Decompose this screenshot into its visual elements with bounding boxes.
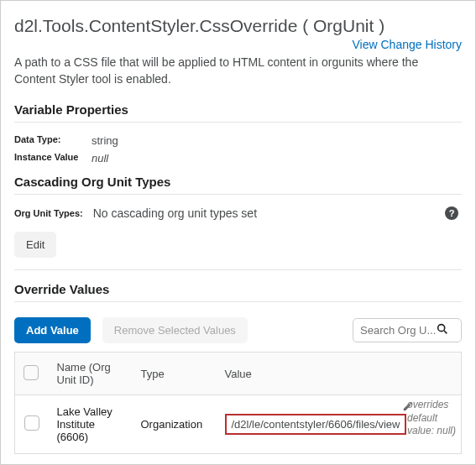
select-all-checkbox[interactable] — [24, 365, 39, 380]
view-change-history-link[interactable]: View Change History — [353, 38, 462, 51]
section-cascading: Cascading Org Unit Types — [14, 175, 462, 189]
row-name: Lake Valley Institute (6606) — [49, 395, 133, 454]
table-row: Lake Valley Institute (6606) Organizatio… — [15, 395, 462, 454]
svg-point-0 — [438, 325, 445, 332]
add-value-button[interactable]: Add Value — [14, 317, 91, 343]
org-unit-types-label: Org Unit Types: — [14, 208, 83, 218]
page-title: d2l.Tools.ContentStyler.CssOverride ( Or… — [14, 16, 462, 36]
svg-line-1 — [444, 331, 447, 333]
search-icon[interactable] — [436, 322, 449, 338]
search-org-unit-field[interactable] — [353, 318, 462, 342]
data-type-label: Data Type: — [14, 134, 92, 147]
section-variable-properties: Variable Properties — [14, 102, 462, 117]
help-icon[interactable]: ? — [445, 206, 458, 220]
row-type: Organization — [133, 395, 217, 454]
divider — [14, 269, 462, 270]
remove-selected-values-button[interactable]: Remove Selected Values — [102, 317, 248, 343]
row-value: /d2l/le/contentstyler/6606/files/view — [225, 414, 407, 435]
org-unit-types-value: No cascading org unit types set — [93, 206, 435, 220]
row-checkbox[interactable] — [24, 415, 39, 431]
override-values-table: Name (Org Unit ID) Type Value Lake Valle… — [14, 352, 462, 454]
divider — [14, 194, 462, 195]
column-header-value: Value — [217, 353, 462, 395]
variable-description: A path to a CSS file that will be applie… — [14, 55, 462, 87]
override-note: overrides default value: null) — [407, 399, 461, 438]
divider — [14, 301, 462, 302]
column-header-type: Type — [133, 353, 217, 395]
section-override-values: Override Values — [14, 282, 462, 296]
instance-value-label: Instance Value — [14, 152, 92, 165]
search-input[interactable] — [360, 324, 436, 337]
edit-button[interactable]: Edit — [14, 232, 56, 258]
divider — [14, 122, 462, 123]
data-type-value: string — [92, 134, 462, 147]
instance-value-value: null — [92, 152, 462, 165]
column-header-name: Name (Org Unit ID) — [49, 353, 133, 395]
